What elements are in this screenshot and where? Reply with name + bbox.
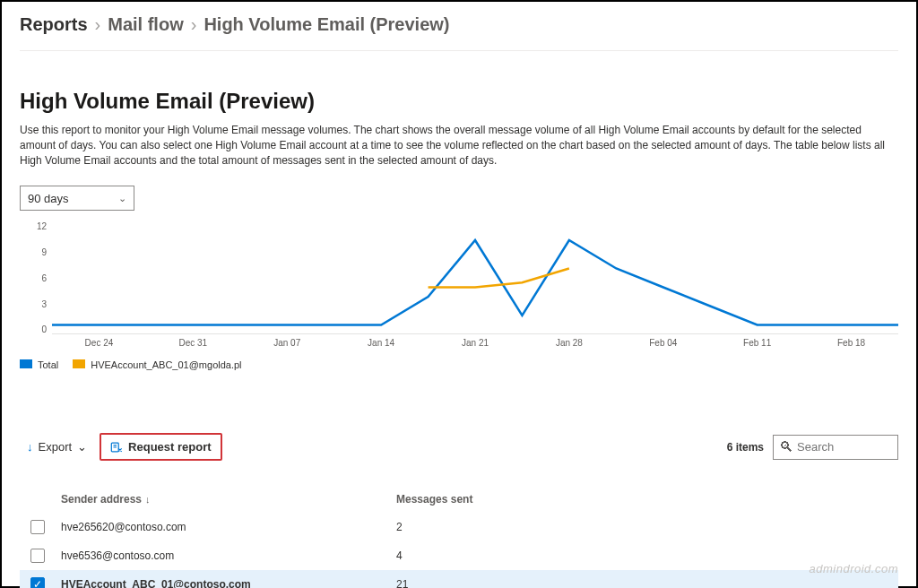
legend-series1[interactable]: HVEAccount_ABC_01@mgolda.pl bbox=[73, 359, 241, 370]
sort-arrow-icon: ↓ bbox=[145, 494, 151, 505]
row-checkbox[interactable]: ✓ bbox=[30, 577, 45, 588]
date-range-value: 90 days bbox=[28, 192, 69, 205]
page-description: Use this report to monitor your High Vol… bbox=[20, 123, 898, 168]
breadcrumb-current: High Volume Email (Preview) bbox=[204, 14, 449, 35]
legend-total[interactable]: Total bbox=[20, 359, 58, 370]
chevron-right-icon: › bbox=[191, 14, 197, 35]
cell-sender: hve265620@contoso.com bbox=[56, 521, 396, 533]
table-row[interactable]: ✓HVEAccount_ABC_01@contoso.com21 bbox=[20, 570, 898, 588]
cell-messages: 2 bbox=[396, 521, 898, 533]
chevron-down-icon: ⌄ bbox=[118, 193, 126, 204]
toolbar: ↓ Export ⌄ Request report 6 items 🔍︎ bbox=[20, 433, 898, 461]
watermark: admindroid.com bbox=[810, 562, 899, 575]
request-report-button[interactable]: Request report bbox=[100, 433, 221, 461]
col-header-messages[interactable]: Messages sent bbox=[396, 493, 898, 506]
chart: 129630 Dec 24Dec 31Jan 07Jan 14Jan 21Jan… bbox=[20, 218, 898, 352]
row-checkbox[interactable] bbox=[30, 520, 45, 534]
chevron-down-icon: ⌄ bbox=[77, 440, 87, 454]
download-icon: ↓ bbox=[27, 440, 33, 454]
series-line[interactable] bbox=[52, 240, 898, 325]
legend-swatch-total bbox=[20, 359, 32, 368]
cell-messages: 21 bbox=[396, 578, 898, 588]
table-row[interactable]: hve6536@contoso.com4 bbox=[20, 541, 898, 570]
breadcrumb-reports[interactable]: Reports bbox=[20, 14, 88, 35]
legend-swatch-series1 bbox=[73, 359, 85, 368]
export-button[interactable]: ↓ Export ⌄ bbox=[20, 435, 94, 459]
col-header-sender[interactable]: Sender address↓ bbox=[56, 493, 396, 506]
report-icon bbox=[110, 441, 123, 454]
page-title: High Volume Email (Preview) bbox=[20, 89, 898, 114]
search-input-wrap[interactable]: 🔍︎ bbox=[773, 435, 898, 460]
x-axis: Dec 24Dec 31Jan 07Jan 14Jan 21Jan 28Feb … bbox=[52, 338, 898, 352]
items-count: 6 items bbox=[727, 441, 764, 454]
table-row[interactable]: hve265620@contoso.com2 bbox=[20, 513, 898, 541]
breadcrumb-mailflow[interactable]: Mail flow bbox=[108, 14, 183, 35]
cell-messages: 4 bbox=[396, 549, 898, 562]
results-table: Sender address↓ Messages sent hve265620@… bbox=[20, 486, 898, 588]
y-axis: 129630 bbox=[20, 221, 47, 334]
cell-sender: HVEAccount_ABC_01@contoso.com bbox=[56, 578, 396, 588]
legend: Total HVEAccount_ABC_01@mgolda.pl bbox=[20, 359, 898, 370]
divider bbox=[20, 50, 898, 51]
breadcrumb: Reports › Mail flow › High Volume Email … bbox=[20, 14, 898, 35]
plot-area[interactable] bbox=[52, 221, 898, 334]
table-header: Sender address↓ Messages sent bbox=[20, 486, 898, 513]
search-input[interactable] bbox=[797, 440, 892, 454]
cell-sender: hve6536@contoso.com bbox=[56, 549, 396, 562]
row-checkbox[interactable] bbox=[30, 549, 45, 563]
chevron-right-icon: › bbox=[95, 14, 101, 35]
search-icon: 🔍︎ bbox=[779, 439, 793, 455]
date-range-dropdown[interactable]: 90 days ⌄ bbox=[20, 186, 134, 211]
